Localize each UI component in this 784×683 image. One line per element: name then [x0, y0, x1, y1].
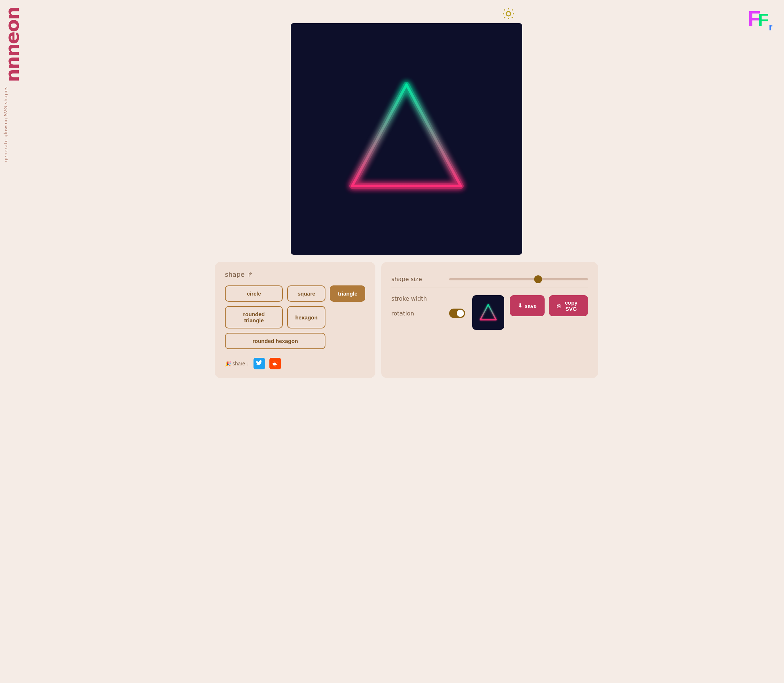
neon-svg: [331, 63, 482, 215]
share-section: 🎉 share ↓: [225, 358, 365, 369]
shape-size-control: [449, 278, 588, 281]
controls-row: shape ↱ circle square triangle rounded t…: [215, 262, 598, 378]
reddit-icon: [272, 360, 278, 367]
shape-panel-header: shape ↱: [225, 271, 365, 278]
shape-btn-triangle[interactable]: triangle: [330, 285, 365, 302]
ff-logo: F F r: [748, 6, 777, 34]
main-content: shape ↱ circle square triangle rounded t…: [29, 0, 784, 385]
twitter-icon: [256, 360, 262, 367]
sun-icon-area: [291, 7, 522, 20]
shape-size-slider[interactable]: [449, 278, 588, 281]
svg-line-8: [504, 10, 505, 10]
shape-panel: shape ↱ circle square triangle rounded t…: [215, 262, 375, 378]
rotation-label: rotation: [391, 310, 449, 317]
reddit-button[interactable]: [269, 358, 281, 369]
shape-btn-circle[interactable]: circle: [225, 285, 283, 302]
svg-text:r: r: [769, 22, 773, 31]
save-icon: ⬇: [518, 302, 523, 309]
shape-btn-hexagon[interactable]: hexagon: [287, 306, 325, 329]
logo-area: F F r: [748, 6, 777, 34]
svg-point-3: [506, 11, 510, 16]
copy-icon: ⎘: [557, 303, 560, 309]
svg-marker-13: [352, 85, 461, 186]
svg-line-9: [512, 18, 513, 18]
settings-panel: shape size stroke width rotation: [381, 262, 598, 378]
canvas-preview: [291, 23, 522, 255]
toggle-knob: [457, 309, 464, 317]
shape-btn-square[interactable]: square: [287, 285, 325, 302]
copy-svg-button[interactable]: ⎘ copy SVG: [549, 295, 588, 316]
shape-size-row: shape size: [391, 271, 588, 288]
shape-btn-rounded-hexagon[interactable]: rounded hexagon: [225, 333, 325, 349]
svg-line-10: [504, 18, 505, 18]
app-subtitle: generate glowing SVG shapes: [3, 87, 8, 162]
share-button[interactable]: 🎉 share ↓: [225, 361, 249, 366]
svg-marker-12: [352, 85, 461, 186]
shape-grid: circle square triangle rounded triangle …: [225, 285, 365, 349]
shape-btn-rounded-triangle[interactable]: rounded triangle: [225, 306, 283, 329]
vertical-title-area: nnneon generate glowing SVG shapes: [0, 0, 25, 683]
svg-marker-15: [480, 305, 496, 320]
save-button[interactable]: ⬇ ⬇ save save: [510, 295, 545, 316]
shape-label: shape: [225, 271, 245, 278]
shape-icon: ↱: [247, 271, 253, 278]
sun-icon[interactable]: [502, 7, 515, 20]
svg-text:F: F: [758, 10, 768, 29]
mini-preview: [472, 295, 504, 330]
share-label: 🎉 share ↓: [225, 361, 249, 366]
app-name: nnneon: [3, 7, 22, 82]
shape-size-label: shape size: [391, 276, 449, 282]
action-buttons: ⬇ ⬇ save save ⎘ copy SVG: [510, 295, 588, 316]
rotation-toggle[interactable]: [449, 309, 465, 318]
mini-preview-svg: [477, 301, 500, 324]
stroke-width-row: stroke width rotation: [391, 288, 588, 330]
stroke-width-label: stroke width: [391, 295, 449, 302]
twitter-button[interactable]: [253, 358, 265, 369]
svg-line-11: [512, 10, 513, 10]
